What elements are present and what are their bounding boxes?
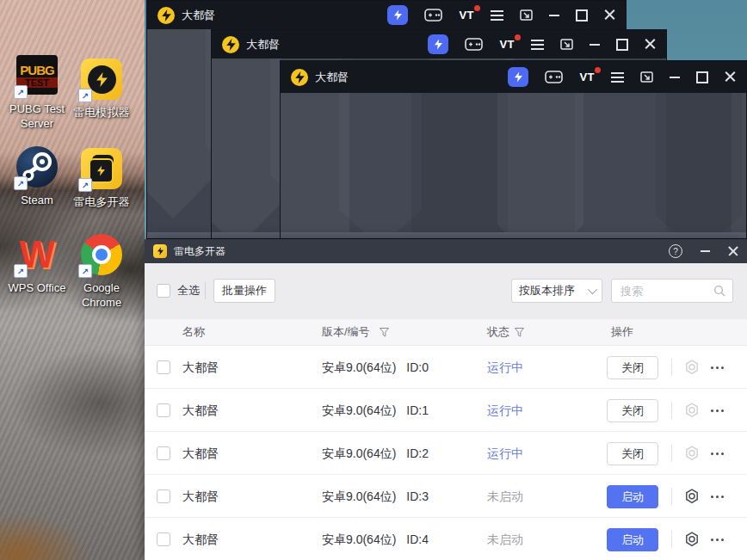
close-icon[interactable] <box>604 9 615 21</box>
emulator-screen <box>281 93 746 238</box>
more-options-icon[interactable] <box>711 538 724 541</box>
gamepad-icon[interactable] <box>545 71 563 83</box>
instance-id: ID:1 <box>406 403 429 417</box>
lightning-icon <box>97 165 105 176</box>
row-checkbox[interactable] <box>157 446 170 460</box>
header-name: 名称 <box>182 319 205 345</box>
start-button[interactable]: 启动 <box>607 528 658 551</box>
settings-gear-icon[interactable] <box>683 402 701 419</box>
close-icon[interactable] <box>645 39 656 50</box>
minimize-icon[interactable] <box>549 15 559 16</box>
instance-name: 大都督 <box>182 518 219 560</box>
action-divider <box>671 488 672 505</box>
filter-icon[interactable] <box>515 328 524 337</box>
resize-icon[interactable] <box>560 39 573 50</box>
status-badge: 运行中 <box>487 432 523 475</box>
vt-badge-icon[interactable]: VT <box>499 38 515 51</box>
ldplayer-logo-icon <box>222 36 239 53</box>
desktop-icon-chrome[interactable]: ↗ Google Chrome <box>65 234 138 310</box>
emulator-titlebar[interactable]: 大都督 VT <box>281 61 746 93</box>
maximize-icon[interactable] <box>616 39 628 51</box>
instance-name: 大都督 <box>182 346 219 389</box>
settings-gear-icon[interactable] <box>683 488 701 505</box>
maximize-icon[interactable] <box>696 71 708 83</box>
search-icon[interactable] <box>713 285 725 297</box>
desktop-icon-steam[interactable]: ↗ Steam <box>1 146 73 207</box>
row-checkbox[interactable] <box>157 532 170 546</box>
stop-button[interactable]: 关闭 <box>607 356 658 379</box>
select-all-label: 全选 <box>177 284 200 298</box>
sort-dropdown[interactable]: 按版本排序 <box>511 279 602 303</box>
settings-gear-icon[interactable] <box>683 531 701 548</box>
minimize-icon[interactable] <box>701 250 710 252</box>
shard-decoration <box>339 93 422 238</box>
shortcut-arrow-icon: ↗ <box>78 178 92 192</box>
ldmultiplayer-logo-icon <box>153 244 167 258</box>
select-all-checkbox[interactable] <box>157 284 170 298</box>
filter-icon[interactable] <box>380 328 389 337</box>
shortcut-arrow-icon: ↗ <box>14 176 28 190</box>
row-checkbox[interactable] <box>157 489 170 503</box>
table-row: 大都督 安卓9.0(64位)ID:4 未启动 启动 <box>145 518 747 560</box>
search-box <box>611 279 733 303</box>
shard-decoration <box>497 93 583 238</box>
boost-icon[interactable] <box>387 5 408 25</box>
toolbar: 全选 批量操作 按版本排序 <box>145 263 747 319</box>
more-options-icon[interactable] <box>711 495 724 498</box>
instance-id: ID:3 <box>406 489 429 503</box>
close-icon[interactable] <box>728 246 738 256</box>
desktop-icon-label: PUBG Test Server <box>1 102 73 131</box>
menu-icon[interactable] <box>491 10 503 21</box>
ldplayer-logo-icon <box>157 7 175 24</box>
multiplayer-window: 雷电多开器 ? 全选 批量操作 按版本排序 <box>145 239 747 560</box>
row-checkbox[interactable] <box>157 403 170 417</box>
ldplayer-logo-icon <box>291 69 308 86</box>
emulator-titlebar[interactable]: 大都督 VT <box>212 30 666 58</box>
menu-icon[interactable] <box>531 40 544 50</box>
vt-badge-icon[interactable]: VT <box>579 71 595 83</box>
minimize-icon[interactable] <box>670 77 680 78</box>
gamepad-icon[interactable] <box>424 9 442 22</box>
table-row: 大都督 安卓9.0(64位)ID:1 运行中 关闭 <box>145 389 747 432</box>
menu-icon[interactable] <box>611 72 624 83</box>
settings-gear-icon[interactable] <box>683 445 701 462</box>
shortcut-arrow-icon: ↗ <box>14 264 28 278</box>
emulator-titlebar[interactable]: 大都督 VT <box>147 1 626 29</box>
instance-name: 大都督 <box>182 475 219 518</box>
row-checkbox[interactable] <box>157 360 170 374</box>
desktop-icon-ldplayer[interactable]: ↗ 雷电模拟器 <box>65 58 138 120</box>
status-badge: 未启动 <box>487 475 523 518</box>
minimize-icon[interactable] <box>590 44 600 46</box>
boost-icon[interactable] <box>508 67 528 87</box>
shortcut-arrow-icon: ↗ <box>14 85 28 99</box>
shard-decoration <box>575 93 666 238</box>
vt-badge-icon[interactable]: VT <box>459 9 474 22</box>
header-action: 操作 <box>611 319 633 345</box>
more-options-icon[interactable] <box>711 452 724 455</box>
maximize-icon[interactable] <box>576 9 588 22</box>
resize-icon[interactable] <box>520 9 533 21</box>
boost-icon[interactable] <box>428 34 448 54</box>
batch-operations-button[interactable]: 批量操作 <box>213 279 275 303</box>
stop-button[interactable]: 关闭 <box>607 399 658 422</box>
instance-id: ID:2 <box>406 446 429 460</box>
sort-dropdown-value: 按版本排序 <box>519 283 575 298</box>
close-icon[interactable] <box>725 71 736 83</box>
desktop-icon-wps[interactable]: W ↗ WPS Office <box>1 234 73 295</box>
stop-button[interactable]: 关闭 <box>607 442 658 465</box>
desktop-icon-ldmultiplayer[interactable]: ↗ 雷电多开器 <box>65 148 138 209</box>
search-input[interactable] <box>619 284 713 298</box>
desktop-icon-pubg[interactable]: PUBG TEST ↗ PUBG Test Server <box>1 53 73 131</box>
help-icon[interactable]: ? <box>669 244 682 258</box>
start-button[interactable]: 启动 <box>607 485 658 508</box>
settings-gear-icon[interactable] <box>683 359 701 376</box>
gamepad-icon[interactable] <box>465 38 483 51</box>
shard-decoration <box>411 93 508 238</box>
window-title: 雷电多开器 <box>174 244 225 259</box>
more-options-icon[interactable] <box>711 366 724 369</box>
more-options-icon[interactable] <box>711 409 724 412</box>
instance-version: 安卓9.0(64位) <box>322 403 396 417</box>
multiplayer-titlebar[interactable]: 雷电多开器 ? <box>145 239 747 263</box>
instance-version: 安卓9.0(64位) <box>322 360 396 374</box>
resize-icon[interactable] <box>640 71 653 83</box>
